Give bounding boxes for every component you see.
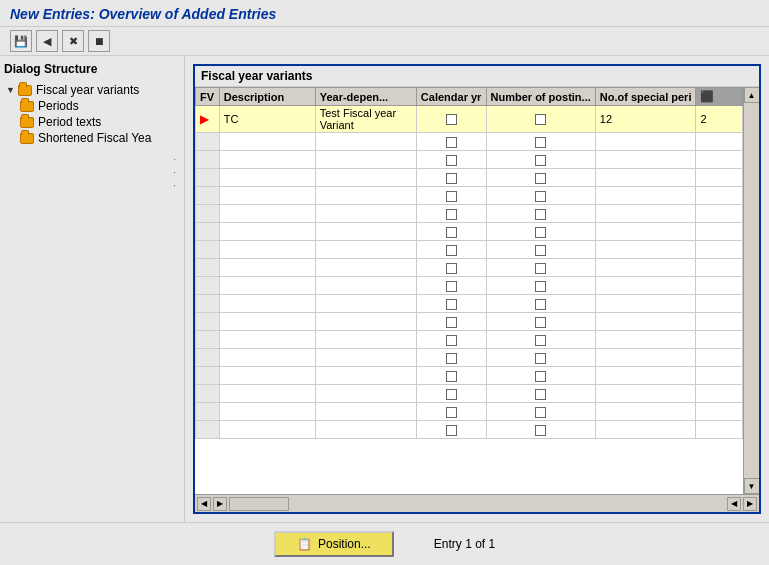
- checkbox-cal-yr[interactable]: [535, 173, 546, 184]
- cell-num-posting[interactable]: [595, 187, 696, 205]
- checkbox-year-dep[interactable]: [446, 137, 457, 148]
- cell-year-dep[interactable]: [416, 241, 486, 259]
- cell-cal-yr[interactable]: [486, 241, 595, 259]
- cell-num-posting[interactable]: [595, 367, 696, 385]
- table-row[interactable]: [196, 349, 743, 367]
- cell-description[interactable]: [315, 241, 416, 259]
- table-row[interactable]: [196, 223, 743, 241]
- checkbox-cal-yr[interactable]: [535, 209, 546, 220]
- scroll-far-right-button[interactable]: ▶: [743, 497, 757, 511]
- cell-num-posting[interactable]: [595, 349, 696, 367]
- table-row[interactable]: [196, 241, 743, 259]
- table-row[interactable]: [196, 133, 743, 151]
- cell-special-per[interactable]: [696, 403, 743, 421]
- cell-special-per[interactable]: [696, 331, 743, 349]
- checkbox-cal-yr[interactable]: [535, 245, 546, 256]
- cell-num-posting[interactable]: [595, 151, 696, 169]
- cell-fv[interactable]: [219, 421, 315, 439]
- cell-fv[interactable]: [219, 331, 315, 349]
- cell-num-posting[interactable]: [595, 277, 696, 295]
- cell-fv[interactable]: [219, 151, 315, 169]
- cell-special-per[interactable]: [696, 241, 743, 259]
- checkbox-year-dep[interactable]: [446, 353, 457, 364]
- checkbox-cal-yr[interactable]: [535, 425, 546, 436]
- exit-button[interactable]: ✖: [62, 30, 84, 52]
- scroll-far-left-button[interactable]: ◀: [727, 497, 741, 511]
- scroll-down-button[interactable]: ▼: [744, 478, 760, 494]
- checkbox-year-dep[interactable]: [446, 317, 457, 328]
- table-row[interactable]: [196, 403, 743, 421]
- cell-fv[interactable]: [219, 241, 315, 259]
- save-button[interactable]: 💾: [10, 30, 32, 52]
- cell-year-dep[interactable]: [416, 403, 486, 421]
- cell-cal-yr[interactable]: [486, 133, 595, 151]
- cell-description[interactable]: [315, 421, 416, 439]
- cell-cal-yr[interactable]: [486, 205, 595, 223]
- cell-year-dep[interactable]: [416, 106, 486, 133]
- cell-num-posting[interactable]: [595, 295, 696, 313]
- checkbox-cal-yr[interactable]: [535, 371, 546, 382]
- cell-fv[interactable]: [219, 169, 315, 187]
- cell-year-dep[interactable]: [416, 169, 486, 187]
- scroll-thumb[interactable]: [745, 103, 759, 478]
- cell-cal-yr[interactable]: [486, 349, 595, 367]
- cell-special-per[interactable]: [696, 277, 743, 295]
- checkbox-year-dep[interactable]: [446, 389, 457, 400]
- cell-year-dep[interactable]: [416, 421, 486, 439]
- cell-fv[interactable]: [219, 403, 315, 421]
- cell-num-posting[interactable]: [595, 385, 696, 403]
- cell-year-dep[interactable]: [416, 223, 486, 241]
- cell-fv[interactable]: [219, 187, 315, 205]
- cell-description[interactable]: [315, 187, 416, 205]
- cell-description[interactable]: [315, 223, 416, 241]
- cell-cal-yr[interactable]: [486, 106, 595, 133]
- cell-num-posting[interactable]: 12: [595, 106, 696, 133]
- cell-fv[interactable]: [219, 205, 315, 223]
- cell-fv[interactable]: [219, 313, 315, 331]
- right-scrollbar[interactable]: ▲ ▼: [743, 87, 759, 494]
- sidebar-item-fiscal-year-variants[interactable]: ▼ Fiscal year variants: [4, 82, 180, 98]
- cell-description[interactable]: [315, 367, 416, 385]
- cell-cal-yr[interactable]: [486, 187, 595, 205]
- cell-num-posting[interactable]: [595, 313, 696, 331]
- scroll-up-button[interactable]: ▲: [744, 87, 760, 103]
- cell-description[interactable]: [315, 403, 416, 421]
- table-row[interactable]: [196, 187, 743, 205]
- checkbox-cal-yr[interactable]: [535, 227, 546, 238]
- table-row[interactable]: [196, 295, 743, 313]
- cell-description[interactable]: [315, 313, 416, 331]
- checkbox-cal-yr[interactable]: [535, 317, 546, 328]
- cell-cal-yr[interactable]: [486, 313, 595, 331]
- cell-cal-yr[interactable]: [486, 421, 595, 439]
- checkbox-cal-yr[interactable]: [535, 114, 546, 125]
- cell-year-dep[interactable]: [416, 313, 486, 331]
- cell-special-per[interactable]: [696, 187, 743, 205]
- cell-fv[interactable]: [219, 349, 315, 367]
- cell-num-posting[interactable]: [595, 223, 696, 241]
- cell-num-posting[interactable]: [595, 133, 696, 151]
- cell-fv[interactable]: [219, 277, 315, 295]
- cell-cal-yr[interactable]: [486, 151, 595, 169]
- cell-description[interactable]: [315, 151, 416, 169]
- checkbox-cal-yr[interactable]: [535, 137, 546, 148]
- cell-year-dep[interactable]: [416, 277, 486, 295]
- cell-special-per[interactable]: [696, 349, 743, 367]
- cell-fv[interactable]: [219, 223, 315, 241]
- checkbox-cal-yr[interactable]: [535, 191, 546, 202]
- cell-cal-yr[interactable]: [486, 385, 595, 403]
- cell-cal-yr[interactable]: [486, 259, 595, 277]
- table-row[interactable]: [196, 277, 743, 295]
- cell-year-dep[interactable]: [416, 385, 486, 403]
- cell-year-dep[interactable]: [416, 133, 486, 151]
- cell-year-dep[interactable]: [416, 295, 486, 313]
- cell-cal-yr[interactable]: [486, 223, 595, 241]
- cell-fv[interactable]: TC: [219, 106, 315, 133]
- cell-special-per[interactable]: [696, 385, 743, 403]
- checkbox-year-dep[interactable]: [446, 299, 457, 310]
- cell-year-dep[interactable]: [416, 331, 486, 349]
- position-button[interactable]: 📋 Position...: [274, 531, 394, 557]
- cell-description[interactable]: [315, 385, 416, 403]
- cell-special-per[interactable]: [696, 313, 743, 331]
- checkbox-cal-yr[interactable]: [535, 281, 546, 292]
- cell-special-per[interactable]: 2: [696, 106, 743, 133]
